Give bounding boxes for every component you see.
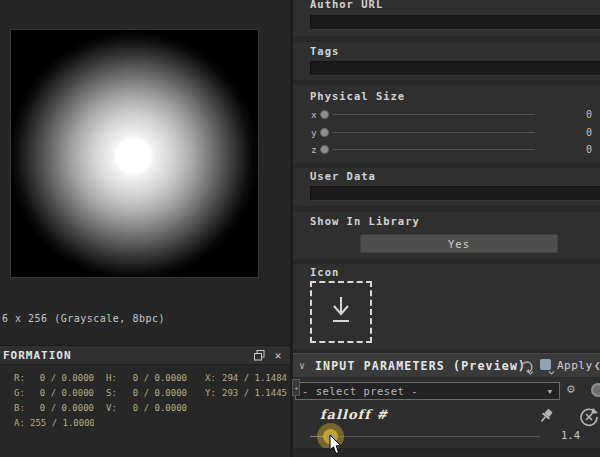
info-value-h: 0 / 0.0000 [122,373,187,383]
user-data-label: User Data [310,170,376,182]
slider-z-knob[interactable] [320,145,329,154]
falloff-value: 1.4 [561,429,580,441]
physical-size-slider-x: x 0 [293,108,600,122]
preset-select-dropdown[interactable]: - select preset - ▼ [295,382,560,400]
slider-y-track[interactable] [332,132,535,133]
download-icon [326,294,356,328]
info-value-s: 0 / 0.0000 [122,388,187,398]
info-label-r: R: [14,373,25,383]
reset-parameter-icon[interactable] [578,406,600,428]
physical-size-section: Physical Size x 0 y 0 z 0 [293,86,600,163]
input-parameters-header[interactable]: ∨ INPUT PARAMETERS (Preview) Apply ❮ [293,353,600,378]
tags-input[interactable] [310,61,600,76]
info-label-s: S: [106,388,117,398]
icon-label: Icon [310,266,339,278]
info-label-y: Y: [205,388,216,398]
preset-selected-value: - select preset - [302,385,418,397]
information-panel-title: FORMATION [3,349,72,362]
information-panel: FORMATION ✕ R: 0 / 0.0000 G: 0 / 0.0000 … [0,345,290,457]
slider-x-knob[interactable] [320,110,329,119]
apply-button[interactable]: Apply [557,359,593,372]
physical-size-label: Physical Size [310,90,405,102]
info-value-a: 255 / 1.0000 [30,418,94,428]
icon-section: Icon [293,264,600,350]
mouse-cursor [329,435,343,455]
icon-drop-zone[interactable] [310,281,372,343]
tags-section: Tags [293,42,600,80]
dropdown-caret-icon: ▼ [548,388,552,396]
axis-z-label: z [311,144,317,155]
close-icon[interactable]: ✕ [271,349,285,362]
info-label-v: V: [106,403,117,413]
info-label-x: X: [205,373,216,383]
chevron-down-icon[interactable]: ∨ [299,360,305,371]
splitter-collapse-button[interactable]: ◂ [292,379,300,396]
info-value-y: 293 / 1.1445 [222,388,290,398]
slider-z-value: 0 [586,144,592,155]
tags-label: Tags [310,45,339,57]
author-url-section: Author URL [293,0,600,36]
show-in-library-toggle-button[interactable]: Yes [360,234,558,253]
info-value-x: 294 / 1.1484 [222,373,290,383]
slider-z-track[interactable] [332,149,535,150]
preset-row: - select preset - ▼ ⚙ [293,378,600,402]
info-label-a: A: [14,418,25,428]
physical-size-slider-y: y 0 [293,126,600,140]
pin-icon[interactable] [538,408,555,425]
slider-x-value: 0 [586,109,592,120]
restore-window-icon[interactable] [254,350,268,363]
info-value-v: 0 / 0.0000 [122,403,187,413]
2d-viewer-area: 6 x 256 (Grayscale, 8bpc) FORMATION ✕ R:… [0,0,290,457]
show-in-library-label: Show In Library [310,215,420,227]
axis-x-label: x [311,109,317,120]
slider-x-track[interactable] [332,114,535,115]
image-size-info: 6 x 256 (Grayscale, 8bpc) [2,313,165,324]
attributes-panel: Author URL Tags Physical Size x 0 y 0 [293,0,600,457]
slider-y-knob[interactable] [320,128,329,137]
edge-clipped-icon[interactable] [591,383,600,397]
falloff-slider-track[interactable] [310,436,540,437]
info-label-b: B: [14,403,25,413]
user-data-input[interactable] [310,186,600,201]
axis-y-label: y [311,127,317,138]
info-value-b: 0 / 0.0000 [30,403,94,413]
flag-bookmark-icon[interactable] [539,358,556,375]
author-url-label: Author URL [310,0,383,10]
input-parameters-title: INPUT PARAMETERS (Preview) [315,359,526,373]
texture-preview-canvas[interactable] [11,30,258,277]
info-label-h: H: [106,373,117,383]
preset-gear-icon[interactable]: ⚙ [567,381,575,397]
physical-size-slider-z: z 0 [293,143,600,157]
info-value-r: 0 / 0.0000 [30,373,94,383]
information-panel-header[interactable]: FORMATION ✕ [0,346,290,365]
panel-collapse-icon[interactable]: ❮ [594,359,600,372]
falloff-parameter-label: falloff # [320,407,388,422]
apply-mode-icon[interactable] [518,358,535,375]
author-url-input[interactable] [310,15,600,30]
show-in-library-section: Show In Library Yes [293,212,600,258]
application-window: 6 x 256 (Grayscale, 8bpc) FORMATION ✕ R:… [0,0,600,457]
user-data-section: User Data [293,168,600,206]
slider-y-value: 0 [586,127,592,138]
info-value-g: 0 / 0.0000 [30,388,94,398]
info-label-g: G: [14,388,25,398]
